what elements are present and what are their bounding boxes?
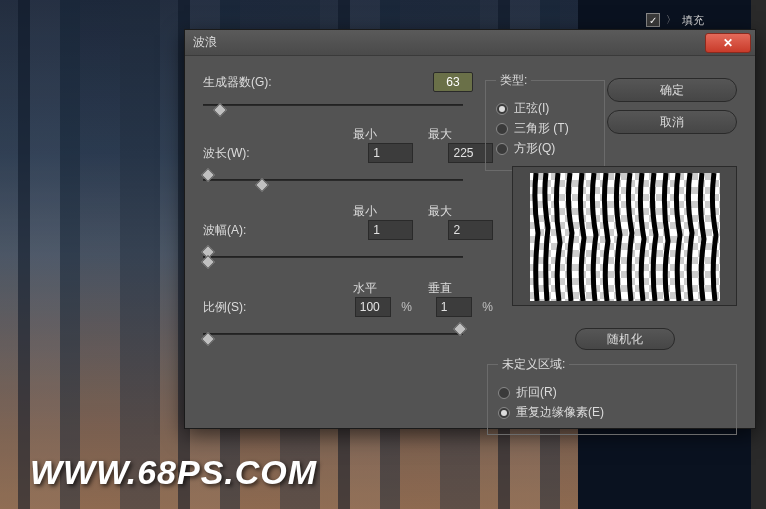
fill-label: 填充 bbox=[682, 13, 704, 28]
type-group: 类型: 正弦(I) 三角形 (T) 方形(Q) bbox=[485, 72, 605, 171]
radio-square[interactable] bbox=[496, 143, 508, 155]
wave-dialog: 波浪 ✕ 生成器数(G): 63 最小 最大 波长(W): bbox=[184, 29, 756, 429]
radio-repeat[interactable] bbox=[498, 407, 510, 419]
amplitude-min-input[interactable]: 1 bbox=[368, 220, 413, 240]
percent-1: % bbox=[401, 300, 412, 314]
randomize-button[interactable]: 随机化 bbox=[575, 328, 675, 350]
close-icon: ✕ bbox=[723, 36, 733, 50]
close-button[interactable]: ✕ bbox=[705, 33, 751, 53]
type-legend: 类型: bbox=[496, 72, 531, 89]
generators-value[interactable]: 63 bbox=[433, 72, 473, 92]
wavelength-label: 波长(W): bbox=[203, 145, 293, 162]
expand-icon[interactable]: 〉 bbox=[666, 13, 676, 27]
percent-2: % bbox=[482, 300, 493, 314]
scale-horiz-input[interactable]: 100 bbox=[355, 297, 392, 317]
type-triangle-row[interactable]: 三角形 (T) bbox=[496, 120, 594, 137]
scale-slider[interactable] bbox=[203, 327, 463, 341]
titlebar[interactable]: 波浪 ✕ bbox=[185, 30, 755, 56]
layer-fill-row: ✓ 〉 填充 bbox=[646, 10, 766, 30]
scale-horiz-header: 水平 bbox=[353, 280, 398, 297]
undef-repeat-row[interactable]: 重复边缘像素(E) bbox=[498, 404, 726, 421]
type-square-label: 方形(Q) bbox=[514, 140, 555, 157]
wavelength-min-input[interactable]: 1 bbox=[368, 143, 413, 163]
generators-slider[interactable] bbox=[203, 98, 463, 112]
visibility-checkbox[interactable]: ✓ bbox=[646, 13, 660, 27]
amplitude-label: 波幅(A): bbox=[203, 222, 293, 239]
wavelength-max-header: 最大 bbox=[428, 126, 473, 143]
preview-canvas bbox=[530, 173, 720, 301]
amplitude-max-header: 最大 bbox=[428, 203, 473, 220]
amplitude-max-input[interactable]: 2 bbox=[448, 220, 493, 240]
wavelength-slider[interactable] bbox=[203, 173, 463, 187]
radio-wrap[interactable] bbox=[498, 387, 510, 399]
type-sine-row[interactable]: 正弦(I) bbox=[496, 100, 594, 117]
scale-vert-input[interactable]: 1 bbox=[436, 297, 473, 317]
undef-wrap-label: 折回(R) bbox=[516, 384, 557, 401]
scale-label: 比例(S): bbox=[203, 299, 293, 316]
undefined-legend: 未定义区域: bbox=[498, 356, 569, 373]
dialog-title: 波浪 bbox=[193, 34, 217, 51]
scale-vert-header: 垂直 bbox=[428, 280, 473, 297]
amplitude-slider[interactable] bbox=[203, 250, 463, 264]
cancel-button[interactable]: 取消 bbox=[607, 110, 737, 134]
undefined-area-group: 未定义区域: 折回(R) 重复边缘像素(E) bbox=[487, 356, 737, 435]
wavelength-min-header: 最小 bbox=[353, 126, 398, 143]
type-triangle-label: 三角形 (T) bbox=[514, 120, 569, 137]
radio-sine[interactable] bbox=[496, 103, 508, 115]
watermark: WWW.68PS.COM bbox=[30, 455, 317, 489]
undef-repeat-label: 重复边缘像素(E) bbox=[516, 404, 604, 421]
amplitude-min-header: 最小 bbox=[353, 203, 398, 220]
type-sine-label: 正弦(I) bbox=[514, 100, 549, 117]
ok-button[interactable]: 确定 bbox=[607, 78, 737, 102]
preview-box bbox=[512, 166, 737, 306]
type-square-row[interactable]: 方形(Q) bbox=[496, 140, 594, 157]
generators-label: 生成器数(G): bbox=[203, 74, 293, 91]
radio-triangle[interactable] bbox=[496, 123, 508, 135]
undef-wrap-row[interactable]: 折回(R) bbox=[498, 384, 726, 401]
